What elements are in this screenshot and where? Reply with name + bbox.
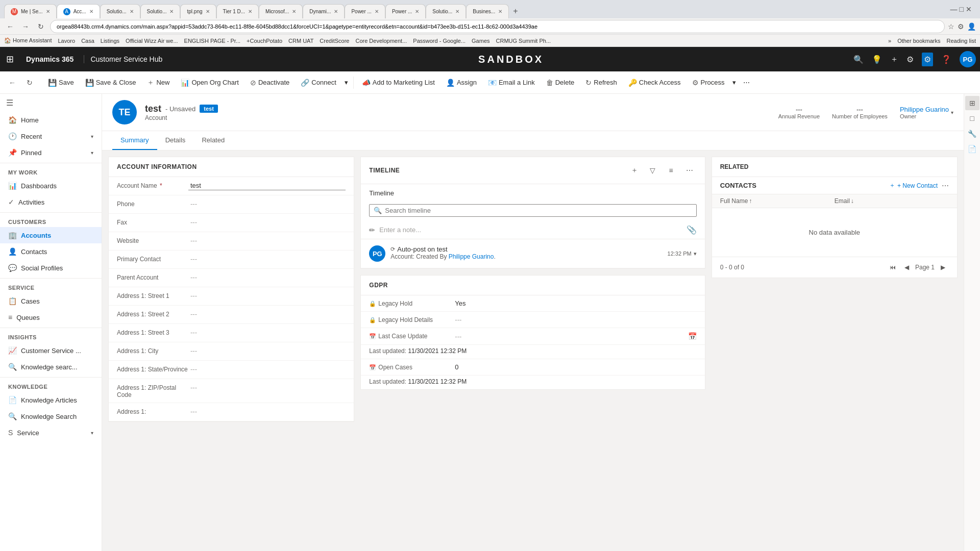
- right-sidebar-doc-icon[interactable]: 📄: [965, 142, 979, 156]
- tab-close-1[interactable]: ✕: [46, 9, 50, 14]
- assign-button[interactable]: 👤 Assign: [441, 76, 482, 90]
- tab-close-12[interactable]: ✕: [498, 9, 502, 14]
- sidebar-item-recent[interactable]: 🕐 Recent ▾: [0, 128, 102, 144]
- sidebar-item-customer-service[interactable]: 📈 Customer Service ...: [0, 342, 102, 359]
- sidebar-item-dashboards[interactable]: 📊 Dashboards: [0, 178, 102, 194]
- new-contact-button[interactable]: ＋ + New Contact: [889, 181, 938, 190]
- email-link-button[interactable]: 📧 Email a Link: [483, 76, 540, 90]
- state-value[interactable]: ---: [188, 365, 346, 374]
- sidebar-item-knowledge-search2[interactable]: 🔍 Knowledge Search: [0, 408, 102, 424]
- col-full-name[interactable]: Full Name ↑: [720, 197, 835, 205]
- right-sidebar-square-icon[interactable]: □: [965, 111, 979, 126]
- tab-close-9[interactable]: ✕: [375, 9, 379, 14]
- tab-details[interactable]: Details: [157, 131, 194, 150]
- bookmark-other[interactable]: Other bookmarks: [897, 38, 940, 44]
- street1-value[interactable]: ---: [188, 291, 346, 300]
- bookmark-coredev[interactable]: Core Development...: [355, 38, 407, 44]
- help-nav-icon[interactable]: 💡: [872, 55, 882, 64]
- last-case-update-cal-button[interactable]: 📅: [688, 332, 697, 340]
- street3-value[interactable]: ---: [188, 328, 346, 337]
- browser-tab-6[interactable]: Tier 1 D... ✕: [216, 4, 259, 18]
- cmd-back-button[interactable]: ←: [4, 74, 20, 91]
- bookmark-lavoro[interactable]: Lavoro: [58, 38, 75, 44]
- sidebar-item-cases[interactable]: 📋 Cases: [0, 293, 102, 309]
- back-button[interactable]: ←: [4, 20, 16, 33]
- bookmark-icon[interactable]: ☆: [948, 22, 954, 31]
- cmd-refresh-button[interactable]: ↻: [21, 74, 38, 91]
- zip-value[interactable]: ---: [188, 383, 346, 392]
- app-grid-icon[interactable]: ⊞: [4, 52, 16, 67]
- sidebar-item-home[interactable]: 🏠 Home: [0, 112, 102, 128]
- timeline-note-placeholder[interactable]: Enter a note...: [379, 226, 682, 234]
- timeline-list-button[interactable]: ≡: [664, 163, 678, 178]
- add-marketing-button[interactable]: 📣 Add to Marketing List: [357, 76, 440, 90]
- account-name-input[interactable]: [188, 181, 346, 190]
- process-button[interactable]: ⚙ Process: [687, 76, 730, 90]
- owner-expand-icon[interactable]: ▾: [951, 110, 953, 115]
- sidebar-item-service-bottom[interactable]: S Service ▾: [0, 424, 102, 441]
- profile-icon[interactable]: 👤: [967, 22, 976, 31]
- new-tab-button[interactable]: +: [509, 4, 522, 18]
- street2-value[interactable]: ---: [188, 310, 346, 319]
- refresh-button[interactable]: ↻ Refresh: [580, 76, 622, 90]
- sidebar-item-social-profiles[interactable]: 💬 Social Profiles: [0, 260, 102, 276]
- tab-close-4[interactable]: ✕: [169, 9, 174, 14]
- save-button[interactable]: 💾 Save: [43, 76, 79, 90]
- col-email[interactable]: Email ↓: [835, 197, 949, 205]
- new-nav-icon[interactable]: ＋: [890, 54, 898, 65]
- browser-tab-3[interactable]: Solutio... ✕: [100, 4, 140, 18]
- city-value[interactable]: ---: [188, 346, 346, 356]
- user-avatar[interactable]: PG: [960, 51, 976, 67]
- phone-value[interactable]: ---: [188, 199, 346, 209]
- settings-nav-icon[interactable]: ⚙: [922, 53, 933, 66]
- help2-nav-icon[interactable]: ❓: [941, 55, 951, 64]
- connect-button[interactable]: 🔗 Connect: [296, 76, 341, 90]
- search-nav-icon[interactable]: 🔍: [853, 55, 864, 64]
- contacts-more-button[interactable]: ⋯: [942, 182, 949, 190]
- browser-tab-1[interactable]: M Me | Se... ✕: [4, 4, 57, 18]
- browser-tab-9[interactable]: Power ... ✕: [345, 4, 385, 18]
- timeline-entry-expand-icon[interactable]: ▾: [694, 251, 697, 257]
- right-sidebar-grid-icon[interactable]: ⊞: [965, 96, 979, 110]
- browser-tab-11[interactable]: Solutio... ✕: [426, 4, 466, 18]
- sidebar-item-activities[interactable]: ✓ Activities: [0, 194, 102, 210]
- pagination-prev-button[interactable]: ◀: [901, 261, 913, 273]
- sidebar-item-queues[interactable]: ≡ Queues: [0, 309, 102, 325]
- sidebar-item-accounts[interactable]: 🏢 Accounts: [0, 227, 102, 243]
- bookmark-wizz[interactable]: Official Wizz Air we...: [126, 38, 178, 44]
- tab-summary[interactable]: Summary: [112, 131, 157, 150]
- extensions-icon[interactable]: ⚙: [958, 22, 964, 31]
- open-org-chart-button[interactable]: 📊 Open Org Chart: [176, 76, 244, 90]
- tab-close-10[interactable]: ✕: [415, 9, 419, 14]
- sidebar-item-knowledge-search[interactable]: 🔍 Knowledge searc...: [0, 359, 102, 375]
- process-dropdown[interactable]: ▾: [730, 76, 738, 89]
- browser-tab-2[interactable]: A Acc... ✕: [57, 4, 100, 18]
- country-value[interactable]: ---: [188, 407, 346, 416]
- bookmark-reading[interactable]: Reading list: [947, 38, 976, 44]
- bookmark-games[interactable]: Games: [472, 38, 489, 44]
- bookmark-home[interactable]: 🏠 Home Assistant: [4, 37, 52, 44]
- app-logo[interactable]: Dynamics 365: [20, 55, 80, 63]
- sidebar-item-contacts[interactable]: 👤 Contacts: [0, 243, 102, 260]
- tab-close-8[interactable]: ✕: [334, 9, 338, 14]
- parent-account-value[interactable]: ---: [188, 273, 346, 282]
- browser-tab-12[interactable]: Busines... ✕: [466, 4, 509, 18]
- deactivate-button[interactable]: ⊘ Deactivate: [245, 76, 295, 90]
- timeline-search[interactable]: 🔍: [369, 204, 696, 217]
- sidebar-toggle[interactable]: ☰: [0, 94, 102, 112]
- attachment-icon[interactable]: 📎: [687, 225, 697, 235]
- timeline-filter-button[interactable]: ▽: [646, 163, 660, 178]
- filter-nav-icon[interactable]: ⚙: [906, 55, 914, 64]
- tab-close-11[interactable]: ✕: [455, 9, 459, 14]
- tab-close-6[interactable]: ✕: [248, 9, 252, 14]
- bookmark-couchpotato[interactable]: +CouchPotato: [247, 38, 282, 44]
- browser-tab-10[interactable]: Power ... ✕: [385, 4, 426, 18]
- bookmark-crmuat[interactable]: CRM UAT: [288, 38, 313, 44]
- creator-link[interactable]: Philippe Guarino: [449, 253, 494, 260]
- address-bar[interactable]: [50, 20, 945, 33]
- primary-contact-value[interactable]: ---: [188, 255, 346, 264]
- bookmark-crmsummit[interactable]: CRMUG Summit Ph...: [496, 38, 551, 44]
- bookmark-casa[interactable]: Casa: [81, 38, 94, 44]
- browser-tab-7[interactable]: Microsof... ✕: [259, 4, 303, 18]
- bookmark-more[interactable]: »: [888, 38, 891, 44]
